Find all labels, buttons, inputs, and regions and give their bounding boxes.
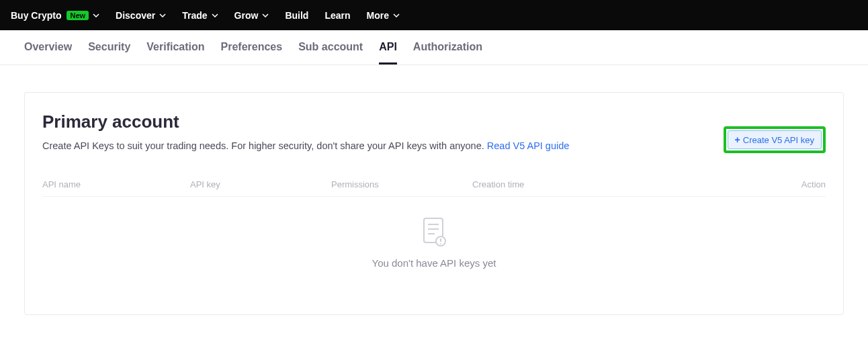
nav-learn[interactable]: Learn [324, 10, 350, 21]
nav-grow[interactable]: Grow [234, 10, 269, 21]
col-header-key: API key [190, 179, 331, 189]
nav-buy-crypto[interactable]: Buy Crypto New [11, 10, 99, 21]
new-badge: New [67, 11, 89, 20]
nav-more[interactable]: More [367, 10, 400, 21]
page-title: Primary account [42, 112, 569, 132]
page-description: Create API Keys to suit your trading nee… [42, 139, 569, 154]
nav-build[interactable]: Build [285, 10, 308, 21]
col-header-action: Action [772, 179, 826, 189]
tab-verification[interactable]: Verification [146, 32, 204, 64]
tab-authorization[interactable]: Authorization [413, 32, 482, 64]
nav-label: Trade [182, 10, 207, 21]
chevron-down-icon [262, 12, 269, 19]
account-tabs: Overview Security Verification Preferenc… [0, 30, 868, 65]
empty-document-icon [421, 217, 447, 248]
nav-discover[interactable]: Discover [116, 10, 166, 21]
nav-label: Build [285, 10, 308, 21]
tab-security[interactable]: Security [88, 32, 130, 64]
chevron-down-icon [212, 12, 218, 19]
col-header-permissions: Permissions [331, 179, 472, 189]
api-keys-table: API name API key Permissions Creation ti… [42, 173, 826, 274]
create-api-key-button[interactable]: + Create V5 API key [728, 130, 822, 149]
tab-preferences[interactable]: Preferences [221, 32, 283, 64]
tab-sub-account[interactable]: Sub account [298, 32, 363, 64]
col-header-creation-time: Creation time [472, 179, 772, 189]
main-content: Primary account Create API Keys to suit … [0, 65, 868, 342]
create-button-highlight: + Create V5 API key [724, 126, 826, 153]
top-navigation: Buy Crypto New Discover Trade Grow Build… [0, 0, 868, 30]
nav-label: More [367, 10, 389, 21]
col-header-name: API name [42, 179, 190, 189]
chevron-down-icon [393, 12, 400, 19]
nav-label: Learn [324, 10, 350, 21]
api-guide-link[interactable]: Read V5 API guide [487, 140, 570, 151]
plus-icon: + [735, 134, 740, 145]
api-card: Primary account Create API Keys to suit … [24, 92, 844, 315]
nav-trade[interactable]: Trade [182, 10, 218, 21]
description-text: Create API Keys to suit your trading nee… [42, 140, 487, 151]
table-header-row: API name API key Permissions Creation ti… [42, 173, 826, 197]
tab-overview[interactable]: Overview [24, 32, 72, 64]
nav-label: Grow [234, 10, 259, 21]
create-button-label: Create V5 API key [743, 135, 814, 145]
tab-api[interactable]: API [379, 32, 397, 64]
svg-point-6 [440, 243, 441, 245]
empty-state: You don't have API keys yet [42, 197, 826, 274]
nav-label: Buy Crypto [11, 10, 61, 21]
nav-label: Discover [116, 10, 155, 21]
chevron-down-icon [159, 12, 166, 19]
empty-message: You don't have API keys yet [372, 257, 496, 269]
chevron-down-icon [93, 12, 99, 19]
